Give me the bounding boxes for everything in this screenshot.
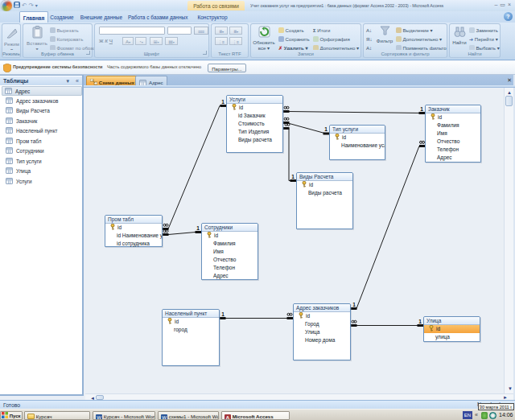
svg-text:1: 1 bbox=[418, 319, 422, 324]
svg-text:1: 1 bbox=[352, 302, 356, 307]
svg-text:1: 1 bbox=[324, 126, 328, 132]
svg-text:1: 1 bbox=[221, 99, 225, 105]
svg-text:1: 1 bbox=[291, 174, 295, 179]
svg-text:1: 1 bbox=[196, 225, 200, 231]
svg-text:1: 1 bbox=[221, 311, 225, 317]
svg-text:1: 1 bbox=[420, 106, 423, 112]
